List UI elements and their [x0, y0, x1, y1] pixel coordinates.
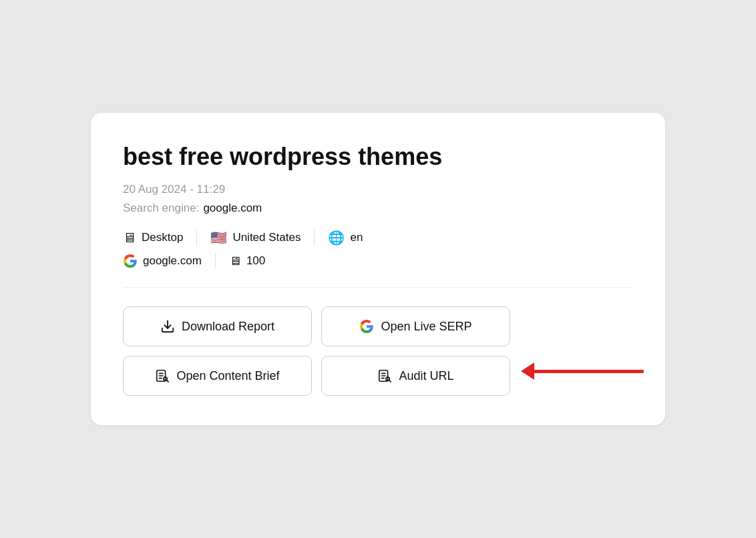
- audit-url-icon: [377, 368, 392, 383]
- arrow-head: [521, 362, 534, 380]
- country-item: 🇺🇸 United States: [210, 230, 315, 246]
- main-card: best free wordpress themes 20 Aug 2024 -…: [91, 113, 665, 425]
- meta-row-2: google.com 🖥 100: [123, 254, 633, 268]
- globe-icon: 🌐: [328, 230, 345, 246]
- country-label: United States: [232, 231, 301, 244]
- search-engine-value: google.com: [203, 202, 262, 215]
- device-item: 🖥 Desktop: [123, 230, 197, 246]
- search-engine-row: Search engine: google.com: [123, 202, 633, 215]
- language-item: 🌐 en: [328, 230, 363, 246]
- language-label: en: [350, 231, 363, 244]
- arrow-indicator: [521, 362, 644, 380]
- count-item: 🖥 100: [229, 254, 265, 268]
- open-content-brief-label: Open Content Brief: [176, 369, 279, 383]
- google-logo-icon: [123, 254, 138, 268]
- open-live-serp-button[interactable]: Open Live SERP: [321, 306, 510, 346]
- google-serp-icon: [359, 319, 374, 334]
- search-engine-label: Search engine:: [123, 202, 199, 215]
- divider: [123, 287, 633, 288]
- download-report-button[interactable]: Download Report: [123, 306, 312, 346]
- device-label: Desktop: [142, 231, 183, 244]
- count-icon: 🖥: [229, 254, 241, 268]
- page-title: best free wordpress themes: [123, 142, 633, 171]
- svg-line-12: [389, 380, 391, 382]
- svg-line-6: [167, 380, 168, 382]
- buttons-grid: Download Report Open Live SERP: [123, 306, 510, 396]
- google-item: google.com: [123, 254, 216, 268]
- date-label: 20 Aug 2024 - 11:29: [123, 183, 633, 196]
- flag-icon: 🇺🇸: [210, 230, 227, 246]
- count-label: 100: [246, 254, 265, 268]
- download-icon: [160, 319, 175, 334]
- content-brief-icon: [155, 368, 170, 383]
- google-domain-label: google.com: [143, 254, 202, 268]
- download-report-label: Download Report: [182, 320, 274, 334]
- audit-url-button[interactable]: Audit URL: [321, 356, 510, 396]
- open-live-serp-label: Open Live SERP: [381, 320, 471, 334]
- arrow-shaft: [534, 370, 644, 373]
- audit-url-label: Audit URL: [399, 369, 453, 383]
- open-content-brief-button[interactable]: Open Content Brief: [123, 356, 312, 396]
- meta-row-1: 🖥 Desktop 🇺🇸 United States 🌐 en: [123, 230, 633, 246]
- desktop-icon: 🖥: [123, 230, 136, 246]
